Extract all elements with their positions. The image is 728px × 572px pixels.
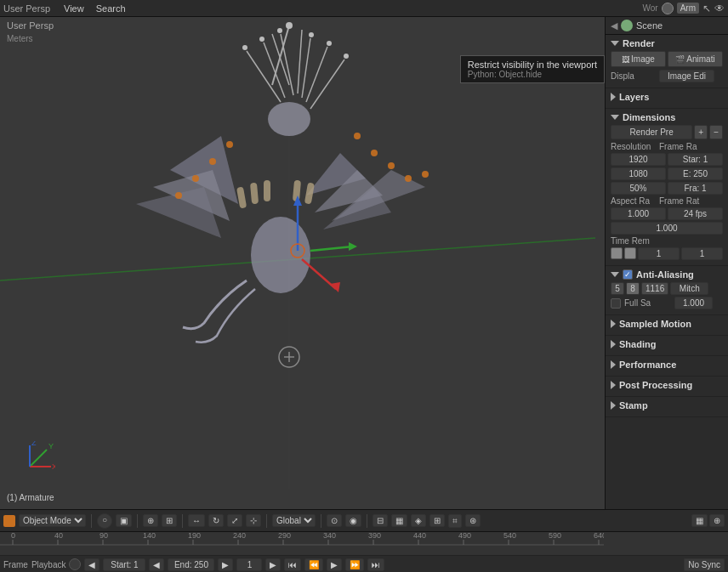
menu-search[interactable]: Search — [91, 2, 131, 15]
content-area: User Persp Meters Y X Z (1) Armature ◀ — [0, 17, 728, 509]
time-rem-label: Time Rem — [611, 236, 657, 246]
transform-space-select[interactable]: Global — [272, 514, 316, 527]
jump-end-btn[interactable]: ⏭ — [367, 558, 384, 571]
render-preset-row: Render Pre + − — [611, 125, 723, 139]
timeline-controls: Frame Playback ◀ Start: 1 ◀ End: 250 ▶ 1… — [0, 556, 728, 572]
full-sa-checkbox[interactable] — [611, 298, 621, 309]
viewport[interactable]: User Persp Meters Y X Z (1) Armature — [0, 17, 605, 509]
start-frame-value[interactable]: Star: 1 — [668, 153, 723, 166]
full-sa-value[interactable]: 1.000 — [674, 297, 713, 309]
snap-btn3[interactable]: ◈ — [411, 514, 426, 527]
preset-remove-btn[interactable]: − — [709, 125, 723, 139]
time-val1[interactable]: 1 — [638, 247, 680, 260]
scene-left-arrow[interactable]: ◀ — [611, 20, 617, 31]
current-frame-field[interactable]: 1 — [236, 558, 262, 571]
transform-tool-btn[interactable]: ⊹ — [246, 514, 261, 527]
svg-text:0: 0 — [11, 531, 15, 540]
eye-icon[interactable]: 👁 — [714, 3, 725, 14]
sep5 — [321, 514, 321, 528]
aa-checkbox[interactable] — [623, 269, 633, 280]
end-frame-field[interactable]: End: 250 — [168, 558, 214, 571]
end-frame-value[interactable]: E: 250 — [668, 167, 723, 180]
step-back-btn[interactable]: ⏪ — [304, 558, 323, 571]
snap-btn2[interactable]: ▦ — [391, 514, 407, 527]
svg-point-25 — [192, 175, 199, 182]
aa-val-1[interactable]: 5 — [611, 282, 624, 295]
snap-target-btn[interactable]: ⊞ — [162, 514, 177, 527]
scene-header: ◀ Scene — [606, 17, 728, 35]
aa-val-3[interactable]: 1116 — [641, 282, 668, 295]
start-frame-field[interactable]: Start: 1 — [103, 558, 145, 571]
draw-solid-btn[interactable]: ▣ — [116, 514, 132, 527]
render-preview-btn[interactable]: ▦ — [691, 514, 708, 527]
stamp-label: Stamp — [619, 400, 648, 411]
post-processing-label: Post Processing — [619, 380, 692, 390]
res-x-value[interactable]: 1920 — [611, 153, 666, 166]
render-preset-dropdown[interactable]: Render Pre — [611, 125, 692, 139]
time-rem-values: 1 1 — [611, 247, 723, 260]
rotate-tool-btn[interactable]: ↻ — [208, 514, 224, 527]
time-rem-btn1[interactable] — [611, 247, 623, 259]
jump-start-btn[interactable]: ⏮ — [284, 558, 301, 571]
time-rem-btn2[interactable] — [624, 247, 636, 259]
post-processing-section-title[interactable]: Post Processing — [611, 380, 723, 390]
fps-value[interactable]: 24 fps — [668, 207, 723, 220]
sampled-motion-title[interactable]: Sampled Motion — [611, 319, 723, 329]
aa-filter[interactable]: Mitch — [670, 282, 708, 295]
time-val2[interactable]: 1 — [681, 247, 723, 260]
aa-values-row: 5 8 1116 Mitch — [611, 282, 723, 295]
frame-step-value[interactable]: Fra: 1 — [668, 182, 723, 195]
layers-section-title[interactable]: Layers — [611, 92, 723, 102]
performance-section: Performance — [606, 356, 728, 377]
cursor-icon[interactable]: ↖ — [702, 3, 711, 14]
aa-val-2[interactable]: 8 — [626, 282, 640, 295]
image-render-btn[interactable]: 🖼 Image — [611, 51, 666, 67]
prev-keyframe-btn[interactable]: ◀ — [84, 558, 100, 571]
res-pct-value[interactable]: 50% — [611, 182, 666, 195]
display-value[interactable]: Image Edi — [659, 70, 714, 82]
scale-tool-btn[interactable]: ⤢ — [227, 514, 242, 527]
viewport-shading-btn[interactable]: ⊕ — [709, 514, 725, 527]
menu-view[interactable]: View — [59, 2, 89, 15]
next-keyframe-btn[interactable]: ▶ — [265, 558, 281, 571]
snap-btn4[interactable]: ⊞ — [429, 514, 445, 527]
render-section-title[interactable]: Render — [611, 38, 723, 48]
dimensions-section-title[interactable]: Dimensions — [611, 112, 723, 122]
arm-label[interactable]: Arm — [677, 3, 699, 14]
aspect-x-value[interactable]: 1.000 — [611, 207, 666, 220]
playback-options-btn[interactable] — [69, 558, 81, 570]
window-label: User Persp — [3, 3, 50, 14]
res-y-value[interactable]: 1080 — [611, 167, 666, 180]
snap-btn1[interactable]: ⊟ — [373, 514, 388, 527]
svg-point-29 — [388, 162, 395, 169]
preset-add-btn[interactable]: + — [694, 125, 708, 139]
move-tool-btn[interactable]: ↔ — [188, 514, 205, 527]
proportional-edit-btn[interactable]: ⊙ — [327, 514, 342, 527]
sep2 — [137, 514, 138, 528]
animation-render-btn[interactable]: 🎬 Animati — [668, 51, 723, 67]
svg-text:490: 490 — [458, 531, 471, 540]
prev-frame-btn[interactable]: ◀ — [149, 558, 164, 571]
next-frame-btn[interactable]: ▶ — [218, 558, 233, 571]
full-sa-label: Full Sa — [624, 298, 671, 308]
shading-section: Shading — [606, 336, 728, 356]
aa-section-title[interactable]: Anti-Aliasing — [611, 269, 723, 280]
shading-section-title[interactable]: Shading — [611, 339, 723, 349]
image-icon: 🖼 — [622, 55, 629, 64]
step-fwd-btn[interactable]: ⏩ — [345, 558, 364, 571]
play-btn[interactable]: ▶ — [327, 558, 342, 571]
mode-select[interactable]: Object Mode — [19, 514, 86, 527]
aspect-y-value[interactable]: 1.000 — [611, 222, 723, 235]
aa-section: Anti-Aliasing 5 8 1116 Mitch Full Sa 1.0… — [606, 266, 728, 315]
proportional-falloff-btn[interactable]: ◉ — [345, 514, 361, 527]
snap-icon-btn[interactable]: ⊕ — [143, 514, 158, 527]
sync-select[interactable]: No Sync — [684, 558, 725, 571]
performance-section-title[interactable]: Performance — [611, 360, 723, 370]
tooltip-python: Python: Object.hide — [468, 70, 597, 79]
stamp-section-title[interactable]: Stamp — [611, 400, 723, 411]
snap-btn5[interactable]: ⌗ — [448, 514, 462, 528]
animation-btn-label: Animati — [686, 54, 714, 64]
snap-btn6[interactable]: ⊛ — [465, 514, 481, 527]
draw-type-btn[interactable]: ○ — [97, 513, 112, 529]
svg-rect-18 — [236, 186, 247, 208]
